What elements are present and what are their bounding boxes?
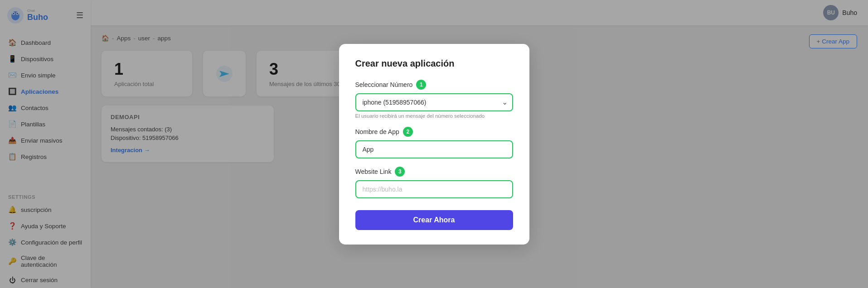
step2-badge: 2 (403, 127, 413, 137)
number-select[interactable]: iphone (51958957066) (355, 93, 513, 111)
form-group-appname: Nombre de App 2 (355, 127, 513, 158)
step1-hint: El usuario recibirá un mensaje del númer… (355, 113, 513, 119)
step3-label-row: Website Link 3 (355, 167, 513, 177)
app-name-input[interactable] (355, 140, 513, 158)
step1-label: Seleccionar Número (355, 81, 413, 88)
number-select-wrapper: iphone (51958957066) (355, 93, 513, 111)
step1-badge: 1 (416, 80, 426, 90)
step3-label: Website Link (355, 168, 392, 175)
step1-label-row: Seleccionar Número 1 (355, 80, 513, 90)
website-link-input[interactable] (355, 180, 513, 198)
submit-button[interactable]: Crear Ahora (355, 210, 513, 230)
create-app-modal: Crear nueva aplicación Seleccionar Númer… (339, 44, 529, 245)
form-group-number: Seleccionar Número 1 iphone (51958957066… (355, 80, 513, 119)
step3-badge: 3 (395, 167, 405, 177)
form-group-website: Website Link 3 (355, 167, 513, 198)
modal-overlay[interactable]: Crear nueva aplicación Seleccionar Númer… (0, 0, 868, 288)
step2-label: Nombre de App (355, 128, 399, 135)
step2-label-row: Nombre de App 2 (355, 127, 513, 137)
modal-title: Crear nueva aplicación (355, 58, 513, 69)
